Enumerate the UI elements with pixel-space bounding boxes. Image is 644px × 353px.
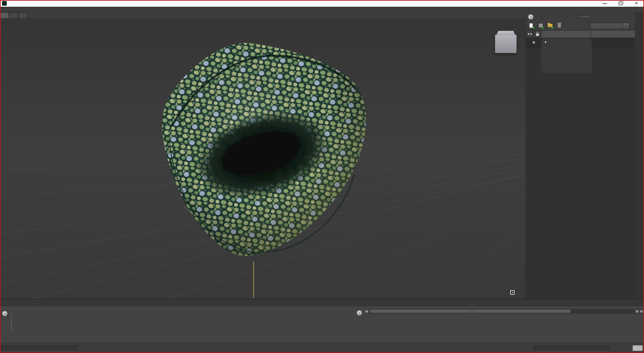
mode-tab-sculpt[interactable] xyxy=(571,16,580,17)
stamp-tray-body: › ◄ ◄ ► xyxy=(356,306,644,343)
menu-bar xyxy=(0,7,644,12)
window-controls xyxy=(602,1,642,5)
stamp-thumbnails xyxy=(364,307,644,308)
layers-list: ▼ xyxy=(526,30,635,49)
tray-separator xyxy=(11,313,12,330)
status-corner-box xyxy=(633,345,643,351)
work-area: › + + + ▼ ▼ xyxy=(0,12,644,299)
layer-group-diffuse[interactable]: ▼ xyxy=(526,38,635,46)
blend-mode-select[interactable]: ▼ xyxy=(590,23,629,29)
merge-layer-icon[interactable]: + xyxy=(538,23,544,29)
tab-3d-view[interactable] xyxy=(0,12,9,18)
scroll-left-end-icon[interactable]: ◄ xyxy=(635,309,639,314)
lock-column-header[interactable] xyxy=(534,31,541,38)
material-name-header xyxy=(541,31,591,38)
new-group-icon[interactable]: + xyxy=(547,23,553,29)
view-tab-bar xyxy=(0,12,526,18)
scrollbar-thumb[interactable] xyxy=(370,309,571,313)
strength-header xyxy=(591,31,635,38)
stamp-tray-tabs xyxy=(356,300,644,306)
layers-header xyxy=(526,31,635,38)
view-column xyxy=(0,12,526,299)
layer-toolbar: + + + ▼ xyxy=(526,21,635,30)
visibility-dot-icon[interactable] xyxy=(533,41,535,44)
status-box-2 xyxy=(592,345,609,351)
panel-collapse-icon[interactable]: › xyxy=(528,14,534,20)
mode-tabs xyxy=(571,16,590,18)
delete-layer-icon[interactable] xyxy=(557,23,563,29)
visibility-column-header[interactable] xyxy=(526,31,533,38)
stamp-tray: › ◄ ◄ ► xyxy=(356,300,644,343)
layers-panel-lower xyxy=(526,49,635,299)
tool-tray-body: › xyxy=(0,306,356,343)
eye-icon xyxy=(527,33,532,36)
mudbox-logo-icon xyxy=(2,1,7,6)
close-icon[interactable] xyxy=(635,1,639,5)
view-cube-top-face[interactable] xyxy=(494,31,517,35)
chevron-down-icon: ▼ xyxy=(623,23,629,29)
3d-scene xyxy=(0,18,526,299)
tab-uv-view[interactable] xyxy=(9,12,18,18)
view-cube-front-face[interactable] xyxy=(495,35,517,53)
tool-tray-collapse-icon[interactable]: › xyxy=(2,311,8,316)
restore-icon[interactable] xyxy=(619,1,623,5)
status-bar xyxy=(0,343,644,353)
3d-viewport[interactable] xyxy=(0,18,526,299)
status-box-1 xyxy=(534,345,591,351)
scroll-right-icon[interactable]: ► xyxy=(639,309,644,314)
status-progress-box xyxy=(1,345,77,351)
view-cube[interactable] xyxy=(494,31,518,55)
layers-panel: › + + + ▼ ▼ xyxy=(526,12,635,299)
caret-down-icon[interactable]: ▼ xyxy=(544,41,547,44)
tool-tray: › xyxy=(0,300,356,343)
new-layer-icon[interactable]: + xyxy=(529,23,535,29)
mode-tab-paint[interactable] xyxy=(580,16,590,17)
tool-tray-tabs xyxy=(0,300,356,306)
title-bar xyxy=(0,0,644,7)
bottom-trays: › › ◄ ◄ ► xyxy=(0,300,644,343)
lock-icon xyxy=(536,34,539,36)
scroll-left-icon[interactable]: ◄ xyxy=(364,309,369,314)
panel-header: › xyxy=(526,12,635,21)
minimize-icon[interactable] xyxy=(602,1,607,5)
tab-image-browser[interactable] xyxy=(18,12,27,18)
viewport-resize-grip-icon[interactable] xyxy=(510,290,515,295)
stamp-scrollbar[interactable]: ◄ ◄ ► xyxy=(364,309,644,314)
side-tab-strip xyxy=(635,12,644,299)
stamp-tray-collapse-icon[interactable]: › xyxy=(357,310,362,316)
layers-rows: ▼ xyxy=(526,38,635,49)
sculpt-model xyxy=(162,43,366,256)
